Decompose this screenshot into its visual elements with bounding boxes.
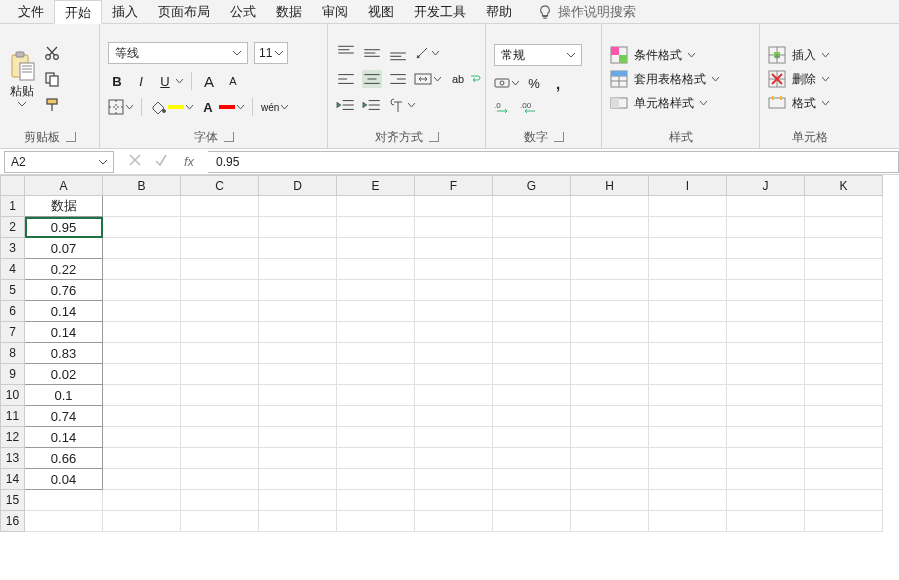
format-cells-button[interactable]: 格式 <box>768 94 829 112</box>
cell-D14[interactable] <box>259 469 337 490</box>
tell-me-search[interactable]: 操作说明搜索 <box>538 3 636 21</box>
cell-I14[interactable] <box>649 469 727 490</box>
cell-I16[interactable] <box>649 511 727 532</box>
cell-K15[interactable] <box>805 490 883 511</box>
cell-K2[interactable] <box>805 217 883 238</box>
cell-C9[interactable] <box>181 364 259 385</box>
underline-button[interactable]: U <box>156 72 183 90</box>
cell-K10[interactable] <box>805 385 883 406</box>
cell-E11[interactable] <box>337 406 415 427</box>
cell-C15[interactable] <box>181 490 259 511</box>
font-name-dropdown[interactable]: 等线 <box>108 42 248 64</box>
tab-formulas[interactable]: 公式 <box>220 0 266 24</box>
number-launcher-icon[interactable] <box>554 132 564 142</box>
align-top-button[interactable] <box>336 44 356 62</box>
column-header-G[interactable]: G <box>493 176 571 196</box>
select-all-corner[interactable] <box>1 176 25 196</box>
tab-file[interactable]: 文件 <box>8 0 54 24</box>
cell-C14[interactable] <box>181 469 259 490</box>
cell-C8[interactable] <box>181 343 259 364</box>
row-header-14[interactable]: 14 <box>1 469 25 490</box>
cell-G16[interactable] <box>493 511 571 532</box>
font-size-dropdown[interactable]: 11 <box>254 42 288 64</box>
column-header-I[interactable]: I <box>649 176 727 196</box>
cell-J8[interactable] <box>727 343 805 364</box>
cell-G11[interactable] <box>493 406 571 427</box>
cell-C1[interactable] <box>181 196 259 217</box>
row-header-11[interactable]: 11 <box>1 406 25 427</box>
cell-F10[interactable] <box>415 385 493 406</box>
cell-J10[interactable] <box>727 385 805 406</box>
cell-G3[interactable] <box>493 238 571 259</box>
cell-H15[interactable] <box>571 490 649 511</box>
decrease-font-button[interactable]: A <box>224 72 242 90</box>
cell-C13[interactable] <box>181 448 259 469</box>
column-header-D[interactable]: D <box>259 176 337 196</box>
cell-H10[interactable] <box>571 385 649 406</box>
cell-B2[interactable] <box>103 217 181 238</box>
cell-F8[interactable] <box>415 343 493 364</box>
tab-view[interactable]: 视图 <box>358 0 404 24</box>
column-header-C[interactable]: C <box>181 176 259 196</box>
cell-A1[interactable]: 数据 <box>25 196 103 217</box>
tab-help[interactable]: 帮助 <box>476 0 522 24</box>
fill-color-button[interactable] <box>150 100 193 114</box>
cell-K12[interactable] <box>805 427 883 448</box>
cell-J3[interactable] <box>727 238 805 259</box>
borders-button[interactable] <box>108 99 133 115</box>
row-header-7[interactable]: 7 <box>1 322 25 343</box>
cell-G5[interactable] <box>493 280 571 301</box>
cell-D7[interactable] <box>259 322 337 343</box>
column-header-J[interactable]: J <box>727 176 805 196</box>
cell-H9[interactable] <box>571 364 649 385</box>
cell-I6[interactable] <box>649 301 727 322</box>
cell-F9[interactable] <box>415 364 493 385</box>
bold-button[interactable]: B <box>108 72 126 90</box>
column-header-B[interactable]: B <box>103 176 181 196</box>
row-header-15[interactable]: 15 <box>1 490 25 511</box>
cell-J2[interactable] <box>727 217 805 238</box>
conditional-formatting-button[interactable]: 条件格式 <box>610 46 719 64</box>
enter-icon[interactable] <box>154 153 168 167</box>
cell-B14[interactable] <box>103 469 181 490</box>
cancel-icon[interactable] <box>128 153 142 167</box>
cell-I9[interactable] <box>649 364 727 385</box>
cell-D4[interactable] <box>259 259 337 280</box>
cell-J5[interactable] <box>727 280 805 301</box>
orientation-button[interactable] <box>414 45 439 61</box>
name-box[interactable]: A2 <box>4 151 114 173</box>
delete-cells-button[interactable]: 删除 <box>768 70 829 88</box>
cell-E12[interactable] <box>337 427 415 448</box>
cell-H14[interactable] <box>571 469 649 490</box>
cell-F14[interactable] <box>415 469 493 490</box>
cell-A13[interactable]: 0.66 <box>25 448 103 469</box>
cell-H6[interactable] <box>571 301 649 322</box>
cell-F7[interactable] <box>415 322 493 343</box>
cell-F6[interactable] <box>415 301 493 322</box>
cell-C12[interactable] <box>181 427 259 448</box>
cell-C16[interactable] <box>181 511 259 532</box>
cell-K6[interactable] <box>805 301 883 322</box>
row-header-10[interactable]: 10 <box>1 385 25 406</box>
tab-review[interactable]: 审阅 <box>312 0 358 24</box>
cell-G15[interactable] <box>493 490 571 511</box>
cell-D12[interactable] <box>259 427 337 448</box>
cell-G14[interactable] <box>493 469 571 490</box>
cell-F16[interactable] <box>415 511 493 532</box>
increase-decimal-button[interactable]: .0 <box>494 100 514 114</box>
cell-A8[interactable]: 0.83 <box>25 343 103 364</box>
font-color-button[interactable]: A <box>199 98 244 116</box>
cell-A6[interactable]: 0.14 <box>25 301 103 322</box>
tab-page-layout[interactable]: 页面布局 <box>148 0 220 24</box>
cell-C4[interactable] <box>181 259 259 280</box>
cell-G6[interactable] <box>493 301 571 322</box>
cell-B13[interactable] <box>103 448 181 469</box>
cell-H12[interactable] <box>571 427 649 448</box>
comma-button[interactable]: , <box>549 74 567 92</box>
cell-E4[interactable] <box>337 259 415 280</box>
tab-home[interactable]: 开始 <box>54 0 102 24</box>
format-painter-icon[interactable] <box>44 97 60 113</box>
cell-F5[interactable] <box>415 280 493 301</box>
clipboard-launcher-icon[interactable] <box>66 132 76 142</box>
cell-D13[interactable] <box>259 448 337 469</box>
